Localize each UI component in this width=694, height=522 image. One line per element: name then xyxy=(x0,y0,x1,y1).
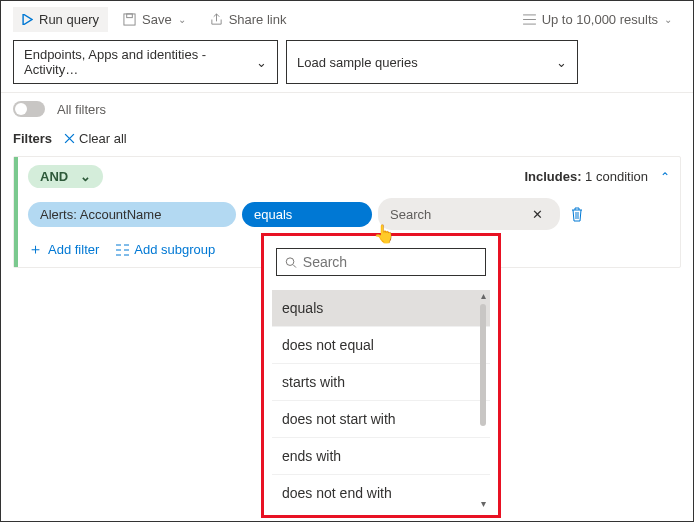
clear-all-label: Clear all xyxy=(79,131,127,146)
data-source-select[interactable]: Endpoints, Apps and identities - Activit… xyxy=(13,40,278,84)
all-filters-toggle[interactable] xyxy=(13,101,45,117)
close-icon xyxy=(64,133,75,144)
dropdown-search-field[interactable] xyxy=(303,254,477,270)
operator-label: equals xyxy=(254,207,292,222)
filters-title: Filters xyxy=(13,131,52,146)
dropdown-option-ends-with[interactable]: ends with xyxy=(272,438,490,475)
clear-all-button[interactable]: Clear all xyxy=(64,131,127,146)
logic-label: AND xyxy=(40,169,68,184)
svg-rect-0 xyxy=(124,14,135,25)
play-icon xyxy=(22,14,33,25)
dropdown-option-does-not-start-with[interactable]: does not start with xyxy=(272,401,490,438)
collapse-icon[interactable]: ⌃ xyxy=(660,170,670,184)
scroll-up-icon[interactable]: ▴ xyxy=(481,290,486,301)
filter-field-pill[interactable]: Alerts: AccountName xyxy=(28,202,236,227)
sample-queries-label: Load sample queries xyxy=(297,55,418,70)
add-filter-button[interactable]: ＋ Add filter xyxy=(28,240,99,259)
save-button[interactable]: Save ⌄ xyxy=(114,7,195,32)
data-source-label: Endpoints, Apps and identities - Activit… xyxy=(24,47,256,77)
share-label: Share link xyxy=(229,12,287,27)
save-label: Save xyxy=(142,12,172,27)
svg-point-2 xyxy=(286,257,294,265)
subgroup-icon xyxy=(115,244,129,256)
add-subgroup-label: Add subgroup xyxy=(134,242,215,257)
run-query-button[interactable]: Run query xyxy=(13,7,108,32)
search-icon xyxy=(285,256,297,269)
run-label: Run query xyxy=(39,12,99,27)
dropdown-scrollbar[interactable] xyxy=(480,304,486,426)
results-limit-button[interactable]: Up to 10,000 results ⌄ xyxy=(514,7,681,32)
logic-operator-pill[interactable]: AND ⌄ xyxy=(28,165,103,188)
chevron-down-icon: ⌄ xyxy=(178,14,186,25)
trash-icon xyxy=(570,207,584,222)
all-filters-label: All filters xyxy=(57,102,106,117)
scroll-down-icon[interactable]: ▾ xyxy=(481,498,486,509)
dropdown-option-starts-with[interactable]: starts with xyxy=(272,364,490,401)
dropdown-option-does-not-equal[interactable]: does not equal xyxy=(272,327,490,364)
dropdown-option-does-not-end-with[interactable]: does not end with xyxy=(272,475,490,511)
includes-text: Includes: 1 condition xyxy=(524,169,648,184)
share-link-button[interactable]: Share link xyxy=(201,7,296,32)
save-icon xyxy=(123,13,136,26)
filter-value-input[interactable]: Search ✕ xyxy=(378,198,560,230)
field-label: Alerts: AccountName xyxy=(40,207,161,222)
add-subgroup-button[interactable]: Add subgroup xyxy=(115,240,215,259)
search-placeholder: Search xyxy=(390,207,431,222)
chevron-down-icon: ⌄ xyxy=(256,55,267,70)
dropdown-option-equals[interactable]: equals xyxy=(272,290,490,327)
list-icon xyxy=(523,14,536,25)
share-icon xyxy=(210,13,223,26)
sample-queries-select[interactable]: Load sample queries ⌄ xyxy=(286,40,578,84)
svg-rect-1 xyxy=(127,14,133,18)
operator-dropdown: ▴ equals does not equal starts with does… xyxy=(261,233,501,518)
chevron-down-icon: ⌄ xyxy=(556,55,567,70)
chevron-down-icon: ⌄ xyxy=(80,169,91,184)
delete-filter-button[interactable] xyxy=(570,207,584,222)
plus-icon: ＋ xyxy=(28,240,43,259)
chevron-down-icon: ⌄ xyxy=(664,14,672,25)
results-label: Up to 10,000 results xyxy=(542,12,658,27)
clear-value-icon[interactable]: ✕ xyxy=(526,203,548,225)
add-filter-label: Add filter xyxy=(48,242,99,257)
dropdown-search-input[interactable] xyxy=(276,248,486,276)
filter-operator-pill[interactable]: equals xyxy=(242,202,372,227)
